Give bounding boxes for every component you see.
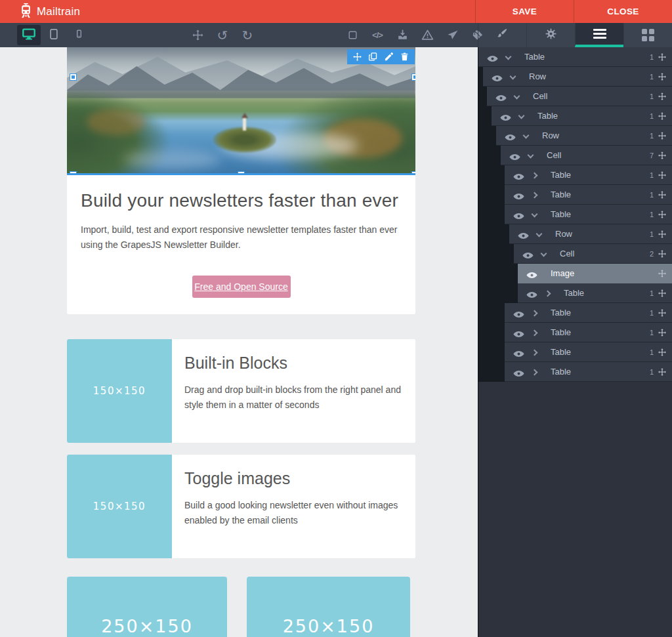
feature-title[interactable]: Toggle images [184, 469, 402, 488]
layer-row-cell[interactable]: Cell7 [501, 146, 672, 165]
layer-row-table[interactable]: Table1 [505, 185, 672, 205]
drag-handle-icon[interactable] [658, 131, 667, 140]
image-placeholder-150[interactable]: 150×150 [67, 339, 172, 443]
border-toggle-icon[interactable] [345, 28, 360, 43]
chevron-down-icon[interactable] [541, 251, 547, 257]
eye-icon[interactable] [513, 368, 524, 375]
drag-handle-icon[interactable] [658, 308, 667, 318]
tab-layers[interactable] [575, 23, 623, 47]
chevron-down-icon[interactable] [528, 152, 534, 158]
layer-row-row[interactable]: Row1 [496, 126, 672, 146]
device-mobile-button[interactable] [67, 25, 91, 45]
device-desktop-button[interactable] [17, 25, 41, 45]
eye-icon[interactable] [513, 329, 524, 336]
eye-icon[interactable] [526, 270, 537, 277]
resize-handle-left[interactable] [70, 74, 76, 80]
eye-icon[interactable] [522, 250, 534, 257]
selection-move-button[interactable] [352, 52, 362, 62]
drag-handle-icon[interactable] [658, 328, 667, 337]
chevron-down-icon[interactable] [518, 113, 524, 119]
drag-handle-icon[interactable] [658, 269, 667, 278]
eye-icon[interactable] [518, 230, 529, 237]
eye-icon[interactable] [492, 73, 503, 80]
chevron-right-icon[interactable] [532, 192, 537, 197]
drag-handle-icon[interactable] [658, 112, 667, 121]
hero-headline[interactable]: Build your newsletters faster than ever [81, 190, 402, 211]
drag-handle-icon[interactable] [658, 348, 667, 357]
eye-icon[interactable] [513, 171, 524, 178]
chevron-down-icon[interactable] [514, 93, 520, 99]
hero-image[interactable] [67, 47, 415, 175]
drag-handle-icon[interactable] [658, 210, 667, 219]
redo-icon[interactable]: ↻ [240, 28, 255, 43]
selection-edit-button[interactable] [384, 52, 394, 62]
tab-blocks[interactable] [623, 23, 672, 47]
chevron-down-icon[interactable] [510, 73, 516, 79]
selection-delete-button[interactable] [400, 52, 410, 62]
canvas[interactable]: Build your newsletters faster than ever … [0, 47, 478, 637]
layer-row-table[interactable]: Table1 [505, 342, 672, 362]
drag-handle-icon[interactable] [658, 289, 667, 298]
eye-icon[interactable] [513, 211, 524, 218]
layer-row-table[interactable]: Table1 [478, 47, 672, 67]
layer-row-table[interactable]: Table1 [505, 205, 672, 224]
feature-title[interactable]: Built-in Blocks [184, 354, 402, 373]
hero-section[interactable]: Build your newsletters faster than ever … [67, 47, 415, 314]
drag-handle-icon[interactable] [658, 249, 667, 258]
chevron-right-icon[interactable] [532, 349, 537, 355]
chevron-right-icon[interactable] [545, 290, 551, 296]
layer-row-row[interactable]: Row1 [509, 224, 672, 244]
warning-icon[interactable] [420, 28, 434, 43]
layer-row-table[interactable]: Table1 [505, 165, 672, 185]
image-placeholder-250[interactable]: 250×150 [67, 577, 227, 637]
eye-icon[interactable] [513, 348, 524, 356]
image-placeholder-250[interactable]: 250×150 [247, 577, 410, 637]
chevron-down-icon[interactable] [505, 54, 511, 60]
eye-icon[interactable] [495, 92, 507, 100]
drag-handle-icon[interactable] [658, 190, 667, 199]
drag-handle-icon[interactable] [658, 92, 667, 101]
feature-card[interactable]: 150×150Toggle imagesBuild a good looking… [67, 455, 415, 558]
eye-icon[interactable] [505, 132, 516, 139]
layer-row-image[interactable]: Image [518, 264, 672, 283]
feature-card[interactable]: 150×150Built-in BlocksDrag and drop buil… [67, 339, 415, 443]
tab-settings[interactable] [526, 23, 575, 47]
layer-row-row[interactable]: Row1 [483, 67, 672, 87]
drag-handle-icon[interactable] [658, 72, 667, 81]
hero-paragraph[interactable]: Import, build, test and export responsiv… [81, 222, 402, 253]
layer-row-table[interactable]: Table1 [492, 106, 672, 126]
resize-handle-right[interactable] [412, 74, 415, 80]
eye-icon[interactable] [509, 152, 520, 159]
image-placeholder-150[interactable]: 150×150 [67, 455, 172, 558]
eye-icon[interactable] [513, 309, 524, 316]
feature-text[interactable]: Drag and drop built-in blocks from the r… [184, 382, 402, 413]
eye-icon[interactable] [513, 191, 524, 198]
hero-cta-button[interactable]: Free and Open Source [192, 276, 291, 298]
chevron-down-icon[interactable] [536, 231, 542, 237]
layer-row-table[interactable]: Table1 [505, 323, 672, 342]
import-icon[interactable] [395, 28, 410, 43]
tab-style[interactable] [478, 23, 526, 47]
chevron-right-icon[interactable] [532, 329, 537, 335]
move-icon[interactable] [190, 28, 205, 43]
eye-icon[interactable] [500, 112, 511, 119]
feature-text[interactable]: Build a good looking newsletter even wit… [184, 498, 402, 528]
layer-row-cell[interactable]: Cell2 [514, 244, 672, 264]
eye-icon[interactable] [487, 53, 498, 60]
drag-handle-icon[interactable] [658, 151, 667, 160]
chevron-down-icon[interactable] [532, 211, 537, 217]
send-icon[interactable] [445, 28, 459, 43]
chevron-right-icon[interactable] [532, 369, 537, 375]
close-button[interactable]: CLOSE [574, 0, 672, 23]
drag-handle-icon[interactable] [658, 171, 667, 180]
undo-icon[interactable]: ↺ [215, 28, 230, 43]
layer-row-table[interactable]: Table1 [505, 303, 672, 323]
drag-handle-icon[interactable] [658, 52, 667, 62]
drag-handle-icon[interactable] [658, 230, 667, 239]
chevron-right-icon[interactable] [532, 172, 537, 178]
drag-handle-icon[interactable] [658, 367, 667, 377]
layer-row-table[interactable]: Table1 [505, 362, 672, 382]
chevron-down-icon[interactable] [523, 133, 529, 138]
selection-copy-button[interactable] [368, 52, 378, 62]
chevron-right-icon[interactable] [532, 310, 537, 316]
